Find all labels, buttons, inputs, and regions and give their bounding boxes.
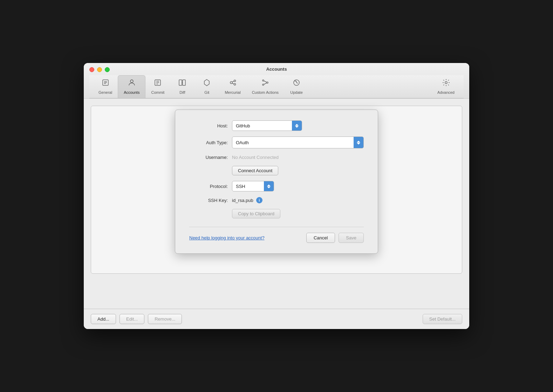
ssh-key-field: id_rsa.pub i bbox=[232, 197, 364, 203]
auth-type-value: OAuth bbox=[232, 139, 354, 147]
dialog-footer: Need help logging into your account? Can… bbox=[189, 227, 364, 243]
info-icon[interactable]: i bbox=[256, 197, 262, 203]
protocol-row: Protocol: SSH bbox=[189, 181, 364, 191]
update-icon bbox=[292, 78, 301, 89]
help-link[interactable]: Need help logging into your account? bbox=[189, 235, 306, 240]
host-stepper[interactable] bbox=[292, 121, 302, 131]
protocol-select[interactable]: SSH bbox=[232, 181, 274, 191]
tab-commit-label: Commit bbox=[151, 90, 164, 94]
svg-point-14 bbox=[234, 84, 236, 85]
tab-mercurial-label: Mercurial bbox=[225, 90, 240, 94]
window-title: Accounts bbox=[89, 66, 464, 72]
svg-point-19 bbox=[267, 82, 268, 83]
auth-type-stepper-down bbox=[357, 143, 360, 145]
auth-type-label: Auth Type: bbox=[189, 140, 228, 145]
auth-type-row: Auth Type: OAuth bbox=[189, 136, 364, 148]
protocol-stepper-up bbox=[267, 184, 271, 186]
tab-git-label: Git bbox=[204, 90, 209, 94]
tab-advanced-label: Advanced bbox=[437, 90, 455, 94]
tab-advanced[interactable]: Advanced bbox=[432, 76, 460, 98]
auth-type-stepper[interactable] bbox=[354, 137, 363, 148]
svg-rect-9 bbox=[179, 80, 182, 85]
auth-type-stepper-up bbox=[357, 141, 360, 142]
minimize-button[interactable] bbox=[97, 67, 102, 72]
commit-icon bbox=[153, 78, 162, 89]
host-value: GitHub bbox=[232, 122, 292, 130]
tab-git[interactable]: Git bbox=[194, 76, 219, 98]
protocol-field: SSH bbox=[232, 181, 364, 191]
title-bar: Accounts General bbox=[84, 63, 469, 99]
mercurial-icon bbox=[228, 78, 237, 89]
protocol-stepper[interactable] bbox=[264, 181, 274, 191]
protocol-stepper-down bbox=[267, 187, 271, 188]
protocol-value: SSH bbox=[232, 182, 264, 190]
main-window: Accounts General bbox=[84, 63, 469, 329]
connect-field: Connect Account bbox=[232, 166, 364, 175]
git-icon bbox=[203, 78, 211, 89]
tab-custom-actions[interactable]: Custom Actions bbox=[246, 76, 284, 98]
username-placeholder: No Account Connected bbox=[232, 155, 279, 160]
connect-account-button[interactable]: Connect Account bbox=[232, 166, 278, 175]
tab-custom-actions-label: Custom Actions bbox=[252, 90, 279, 94]
main-content: Host: GitHub Auth Type: bbox=[84, 99, 469, 309]
accounts-panel: Host: GitHub Auth Type: bbox=[91, 106, 462, 274]
bottom-toolbar: Add... Edit... Remove... Set Default... bbox=[84, 309, 469, 329]
tab-update[interactable]: Update bbox=[284, 76, 309, 98]
svg-line-15 bbox=[232, 81, 234, 82]
svg-line-20 bbox=[264, 81, 267, 82]
maximize-button[interactable] bbox=[105, 67, 110, 72]
tab-general[interactable]: General bbox=[93, 76, 118, 98]
username-label: Username: bbox=[189, 155, 228, 160]
username-row: Username: No Account Connected bbox=[189, 154, 364, 160]
svg-point-17 bbox=[262, 80, 264, 81]
save-button[interactable]: Save bbox=[339, 233, 364, 243]
footer-buttons: Cancel Save bbox=[306, 233, 364, 243]
svg-point-12 bbox=[230, 82, 232, 84]
copy-field: Copy to Clipboard bbox=[232, 209, 364, 218]
svg-point-13 bbox=[234, 80, 236, 82]
auth-type-field: OAuth bbox=[232, 136, 364, 148]
remove-button[interactable]: Remove... bbox=[148, 314, 182, 324]
tab-diff[interactable]: Diff bbox=[170, 76, 194, 98]
host-row: Host: GitHub bbox=[189, 120, 364, 131]
custom-actions-icon bbox=[261, 78, 269, 89]
tab-commit[interactable]: Commit bbox=[145, 76, 170, 98]
set-default-button[interactable]: Set Default... bbox=[423, 314, 462, 324]
tab-general-label: General bbox=[98, 90, 112, 94]
tab-mercurial[interactable]: Mercurial bbox=[219, 76, 246, 98]
svg-line-21 bbox=[264, 83, 267, 84]
ssh-key-row: SSH Key: id_rsa.pub i bbox=[189, 197, 364, 203]
auth-type-select[interactable]: OAuth bbox=[232, 136, 364, 148]
svg-point-4 bbox=[130, 80, 133, 83]
account-dialog: Host: GitHub Auth Type: bbox=[175, 110, 378, 254]
ssh-key-label: SSH Key: bbox=[189, 198, 228, 203]
diff-icon bbox=[178, 78, 186, 89]
host-field: GitHub bbox=[232, 120, 364, 131]
protocol-label: Protocol: bbox=[189, 184, 228, 189]
svg-rect-10 bbox=[183, 80, 185, 85]
svg-point-18 bbox=[262, 84, 264, 85]
tab-accounts[interactable]: Accounts bbox=[118, 75, 145, 98]
edit-button[interactable]: Edit... bbox=[120, 314, 144, 324]
ssh-key-value: id_rsa.pub bbox=[232, 198, 253, 203]
tab-accounts-label: Accounts bbox=[124, 90, 139, 94]
svg-point-23 bbox=[445, 82, 447, 84]
host-stepper-down bbox=[295, 126, 299, 128]
svg-line-16 bbox=[232, 83, 234, 84]
host-label: Host: bbox=[189, 123, 228, 128]
host-select[interactable]: GitHub bbox=[232, 120, 302, 131]
copy-to-clipboard-button[interactable]: Copy to Clipboard bbox=[232, 209, 280, 218]
advanced-icon bbox=[442, 78, 450, 89]
copy-row: Copy to Clipboard bbox=[189, 209, 364, 218]
general-icon bbox=[101, 78, 110, 89]
host-stepper-up bbox=[295, 124, 299, 126]
connect-row: Connect Account bbox=[189, 166, 364, 175]
close-button[interactable] bbox=[89, 67, 94, 72]
toolbar: General Accounts bbox=[89, 75, 464, 98]
accounts-icon bbox=[128, 78, 136, 89]
tab-diff-label: Diff bbox=[179, 90, 185, 94]
username-field: No Account Connected bbox=[232, 154, 364, 160]
add-button[interactable]: Add... bbox=[91, 314, 116, 324]
cancel-button[interactable]: Cancel bbox=[306, 233, 335, 243]
tab-update-label: Update bbox=[290, 90, 302, 94]
